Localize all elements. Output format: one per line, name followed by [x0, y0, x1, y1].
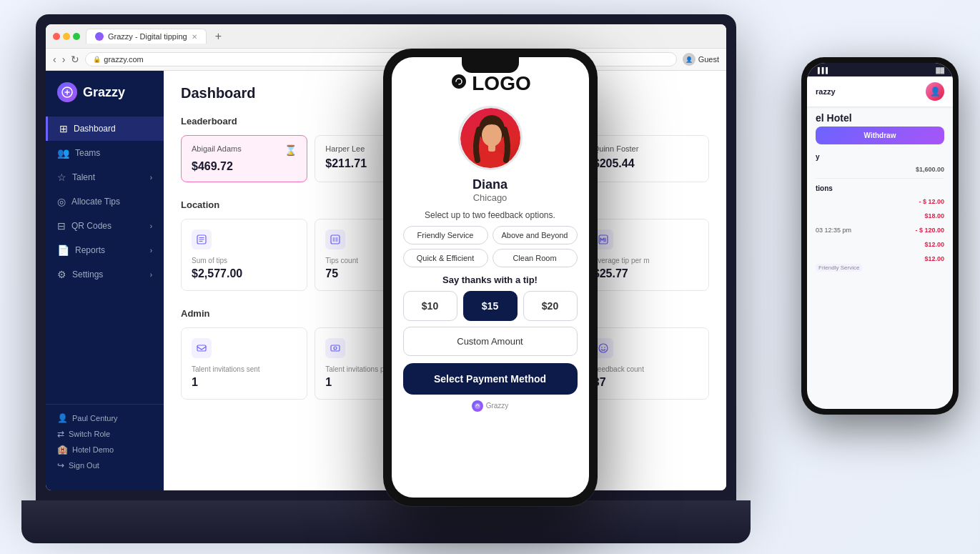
second-transaction-1: - $ 12.00 [807, 195, 953, 209]
feedback-tag-quick[interactable]: Quick & Efficient [403, 249, 488, 267]
lb-name-4: Quinn Foster [593, 144, 639, 153]
second-transaction-4: $12.00 [807, 238, 953, 252]
feedback-tag-friendly[interactable]: Friendly Service [403, 226, 488, 244]
svg-rect-2 [331, 235, 340, 244]
sent-icon [192, 338, 212, 358]
svg-point-11 [601, 347, 603, 348]
second-withdraw-button[interactable]: Withdraw [816, 127, 944, 144]
sidebar-nav: ⊞ Dashboard 👥 Teams ☆ Talent › [46, 117, 164, 404]
sidebar-item-dashboard[interactable]: ⊞ Dashboard [46, 117, 164, 141]
stat-label-feedback: Feedback count [593, 365, 698, 373]
logo-text: Grazzy [83, 85, 125, 100]
sidebar-item-reports[interactable]: 📄 Reports › [46, 238, 164, 262]
chevron-right-icon: › [150, 222, 152, 230]
tx-date: 03 12:35 pm [816, 227, 851, 234]
switch-role[interactable]: ⇄ Switch Role [57, 429, 152, 439]
browser-actions: 👤 Guest [683, 53, 719, 66]
second-balance-row: $1,600.00 [807, 164, 953, 175]
tip-amount-15[interactable]: $15 [463, 291, 518, 321]
signout-icon: ↪ [57, 460, 64, 470]
pending-icon [325, 338, 345, 358]
svg-point-7 [334, 347, 337, 350]
tip-amount-20[interactable]: $20 [523, 291, 578, 321]
close-dot[interactable] [53, 33, 60, 40]
forward-button[interactable]: › [62, 54, 66, 65]
tab-close-icon[interactable]: ✕ [192, 33, 197, 41]
tip-person-name: Diana [472, 177, 508, 192]
minimize-dot[interactable] [63, 33, 70, 40]
second-hotel-name: el Hotel [807, 107, 953, 127]
tip-phone-screen: LOGO [392, 57, 589, 498]
guest-button[interactable]: 👤 Guest [683, 53, 719, 66]
second-status-bar: ▐▐▐ ▓▓ [807, 63, 953, 76]
feedback-tag-beyond[interactable]: Above and Beyond [493, 226, 578, 244]
stat-card-feedback: Feedback count 37 [583, 327, 709, 400]
count-icon [325, 229, 345, 249]
settings-icon: ⚙ [57, 269, 66, 280]
chevron-right-icon: › [150, 271, 152, 279]
second-phone: ▐▐▐ ▓▓ razzy 👤 el Hotel Withdraw y $1,60… [801, 57, 959, 415]
tip-feedback-title: Select up to two feedback options. [425, 210, 555, 220]
svg-rect-5 [197, 345, 206, 351]
tx-amount-2: $18.00 [924, 212, 944, 219]
url-text: grazzy.com [104, 55, 143, 64]
tip-logo-icon [449, 71, 469, 96]
second-transaction-5: $12.00 Friendly Service [807, 252, 953, 274]
stat-card-sum: Sum of tips $2,577.00 [181, 219, 307, 291]
sidebar-item-qr[interactable]: ⊟ QR Codes › [46, 214, 164, 238]
select-payment-button[interactable]: Select Payment Method [403, 363, 578, 395]
tip-modal-content: LOGO [392, 57, 589, 498]
second-battery-icon: ▓▓ [936, 67, 944, 74]
tab-favicon [95, 32, 104, 41]
browser-tab[interactable]: Grazzy - Digital tipping ✕ [86, 29, 207, 44]
svg-point-16 [475, 403, 480, 409]
lb-name-2: Harper Lee [325, 144, 365, 153]
nav-label: Reports [75, 245, 105, 255]
svg-point-10 [599, 344, 608, 352]
chevron-right-icon: › [150, 174, 152, 182]
hotel-icon: 🏨 [57, 445, 68, 455]
second-transaction-2: $18.00 [807, 209, 953, 224]
qr-icon: ⊟ [57, 220, 66, 232]
sign-out[interactable]: ↪ Sign Out [57, 460, 152, 470]
tip-thanks-text: Say thanks with a tip! [442, 274, 538, 285]
tx-amount-4: $12.00 [924, 241, 944, 248]
tx-amount-1: - $ 12.00 [919, 198, 944, 205]
tip-amount-10[interactable]: $10 [403, 291, 457, 321]
leaderboard-card-4: Quinn Foster $205.44 [583, 135, 709, 182]
stat-value-feedback: 37 [593, 376, 698, 389]
sidebar-item-allocate[interactable]: ◎ Allocate Tips [46, 189, 164, 214]
back-button[interactable]: ‹ [53, 54, 56, 65]
tip-modal-phone: LOGO [383, 49, 598, 506]
sidebar-item-settings[interactable]: ⚙ Settings › [46, 262, 164, 287]
tip-avatar-ring [458, 106, 523, 170]
switch-icon: ⇄ [57, 429, 64, 439]
nav-label: Teams [75, 148, 100, 158]
second-app-name: razzy [816, 87, 836, 96]
custom-amount-button[interactable]: Custom Amount [403, 327, 578, 356]
second-phone-screen: ▐▐▐ ▓▓ razzy 👤 el Hotel Withdraw y $1,60… [807, 63, 953, 409]
hotel-label: Hotel Demo [72, 445, 114, 454]
second-phone-header: razzy 👤 [807, 76, 953, 107]
new-tab-button[interactable]: + [212, 30, 224, 43]
sidebar-item-talent[interactable]: ☆ Talent › [46, 165, 164, 189]
sidebar-bottom: 👤 Paul Century ⇄ Switch Role 🏨 Hotel Dem… [46, 404, 164, 479]
second-transactions-section: tions [807, 182, 953, 195]
tab-label: Grazzy - Digital tipping [108, 32, 187, 41]
chevron-right-icon: › [150, 247, 152, 254]
stat-card-avg-m: Average tip per m $25.77 [583, 219, 709, 291]
stat-label-sent: Talent invitations sent [192, 365, 297, 373]
browser-dots [53, 33, 80, 40]
tip-person-location: Chicago [473, 192, 508, 203]
refresh-button[interactable]: ↻ [71, 54, 79, 65]
stat-label-sum: Sum of tips [192, 257, 297, 264]
stat-value-avg-m: $25.77 [593, 267, 698, 280]
maximize-dot[interactable] [73, 33, 80, 40]
feedback-tag-clean[interactable]: Clean Room [493, 249, 578, 267]
signout-label: Sign Out [69, 461, 99, 470]
tip-phone-body: LOGO [383, 49, 598, 506]
svg-rect-6 [331, 345, 340, 351]
sidebar-item-teams[interactable]: 👥 Teams [46, 141, 164, 165]
hotel-demo[interactable]: 🏨 Hotel Demo [57, 445, 152, 455]
user-name[interactable]: 👤 Paul Century [57, 413, 152, 423]
